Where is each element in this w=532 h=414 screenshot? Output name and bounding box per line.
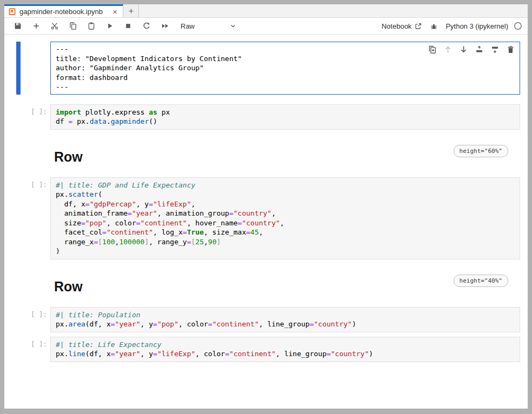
save-icon (14, 22, 22, 30)
chevron-down-icon (229, 22, 237, 30)
restart-icon (142, 22, 151, 30)
run-icon (105, 22, 114, 30)
restart-run-all-icon (161, 22, 169, 30)
code-line: animation_frame="year", animation_group=… (56, 209, 515, 218)
insert-below-icon (490, 45, 500, 54)
active-cell-collapser[interactable] (16, 42, 21, 95)
duplicate-button[interactable] (427, 44, 437, 54)
notebook-mode-button[interactable]: Notebook (382, 22, 423, 30)
tab-bar: gapminder-notebook.ipynb × (4, 4, 528, 18)
code-line: df, x="gdpPercap", y="lifeExp", (56, 199, 515, 209)
cell-editor[interactable]: #| title: Populationpx.area(df, x="year"… (50, 307, 520, 332)
toolbar-right: Notebook Python 3 (ipykernel) (382, 22, 522, 30)
cut-icon (50, 22, 59, 30)
notebook-content: ---title: "Development Indicators by Con… (4, 35, 528, 409)
code-line: px.scatter( (56, 190, 515, 199)
code-line: px.line(df, x="year", y="lifeExp", color… (56, 349, 515, 359)
cell-type-value: Raw (181, 22, 195, 30)
cell-editor[interactable]: #| title: Life Expectancypx.line(df, x="… (50, 337, 520, 362)
copy-icon (69, 22, 77, 30)
code-line: ) (56, 246, 515, 256)
paste-icon (87, 22, 96, 30)
tab-title: gapminder-notebook.ipynb (19, 8, 108, 16)
height-attribute-badge: height="40%" (454, 275, 508, 287)
restart-button[interactable] (139, 19, 154, 33)
move-down-icon (459, 45, 468, 54)
code-line: #| title: GDP and Life Expectancy (56, 181, 515, 190)
code-line: import plotly.express as px (56, 108, 515, 117)
cell-type-dropdown[interactable]: Raw (181, 22, 237, 30)
move-up-icon (443, 45, 453, 54)
move-up-button[interactable] (443, 44, 453, 54)
bug-icon (430, 22, 438, 30)
markdown-heading: Row (54, 279, 83, 295)
code-line: author: "Gapminder Analytics Group" (56, 63, 515, 73)
markdown-cell[interactable]: Rowheight="60%" (50, 130, 520, 177)
new-tab-button[interactable] (123, 4, 139, 17)
insert-cell-below-button[interactable] (29, 19, 44, 33)
markdown-cell[interactable]: Rowheight="40%" (50, 259, 520, 307)
jupyterlab-window: gapminder-notebook.ipynb × Raw Notebook (4, 4, 528, 409)
code-line: size="pop", color="continent", hover_nam… (56, 218, 515, 228)
cell-input-prompt: [ ]: (4, 104, 50, 130)
markdown-heading: Row (54, 149, 83, 165)
notebook-toolbar: Raw Notebook Python 3 (ipykernel) (4, 18, 528, 35)
kernel-name: Python 3 (ipykernel) (445, 22, 508, 30)
code-line: #| title: Population (56, 310, 515, 320)
cell-input-prompt: [ ]: (4, 337, 50, 362)
code-line: range_x=[100,100000], range_y=[25,90] (56, 237, 515, 247)
code-line: df = px.data.gapminder() (56, 117, 515, 126)
interrupt-icon (124, 22, 132, 30)
external-link-icon (414, 22, 422, 30)
insert-below-button[interactable] (490, 44, 500, 54)
cut-button[interactable] (47, 19, 62, 33)
code-line: --- (56, 82, 515, 92)
tab-gapminder-notebook[interactable]: gapminder-notebook.ipynb × (4, 4, 123, 17)
delete-icon (506, 45, 515, 54)
insert-above-icon (475, 45, 484, 54)
code-cell: [ ]:import plotly.express as pxdf = px.d… (4, 104, 528, 130)
cell-editor[interactable]: #| title: GDP and Life Expectancypx.scat… (50, 177, 520, 259)
delete-button[interactable] (506, 44, 515, 54)
cell-input-prompt: [ ]: (4, 177, 50, 259)
move-down-button[interactable] (458, 44, 468, 54)
cell-input-prompt (4, 42, 50, 95)
plus-icon (128, 8, 135, 15)
debugger-button[interactable] (430, 22, 438, 30)
code-line: title: "Development Indicators by Contin… (56, 54, 515, 64)
copy-button[interactable] (65, 19, 81, 33)
tab-close-icon[interactable]: × (111, 8, 118, 16)
paste-button[interactable] (84, 19, 99, 33)
code-line: facet_col="continent", log_x=True, size_… (56, 228, 515, 237)
code-line: px.area(df, x="year", y="pop", color="co… (56, 319, 515, 329)
cell-input-prompt: [ ]: (4, 307, 50, 332)
save-button[interactable] (10, 19, 25, 33)
code-cell: [ ]:#| title: Life Expectancypx.line(df,… (4, 337, 528, 362)
duplicate-icon (428, 45, 437, 54)
insert-cell-below-icon (32, 22, 41, 30)
cell-editor[interactable]: ---title: "Development Indicators by Con… (50, 42, 520, 95)
code-cell: [ ]:#| title: Populationpx.area(df, x="y… (4, 307, 528, 332)
kernel-selector[interactable]: Python 3 (ipykernel) (445, 22, 522, 30)
code-line: #| title: Life Expectancy (56, 340, 515, 350)
insert-above-button[interactable] (474, 44, 484, 54)
restart-run-all-button[interactable] (157, 19, 172, 33)
cell-toolbar (427, 44, 515, 54)
kernel-idle-circle-icon (514, 22, 522, 30)
interrupt-button[interactable] (121, 19, 136, 33)
height-attribute-badge: height="60%" (454, 145, 508, 157)
notebook-file-icon (8, 8, 16, 16)
cell-editor[interactable]: import plotly.express as pxdf = px.data.… (50, 104, 520, 130)
raw-cell: ---title: "Development Indicators by Con… (4, 42, 528, 95)
code-line: format: dashboard (56, 73, 515, 83)
notebook-mode-label: Notebook (382, 22, 412, 30)
code-cell: [ ]:#| title: GDP and Life Expectancypx.… (4, 177, 528, 259)
run-button[interactable] (102, 19, 117, 33)
toolbar-buttons (9, 19, 174, 33)
